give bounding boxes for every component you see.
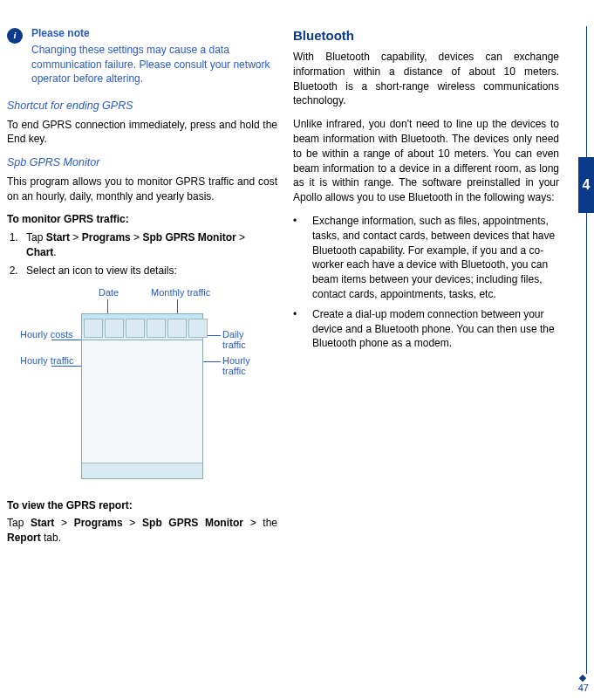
note-title: Please note	[31, 26, 277, 41]
note-body: Changing these settings may cause a data…	[31, 43, 277, 86]
step1-gt2: >	[131, 231, 143, 244]
mock-window-footer	[82, 463, 202, 478]
mock-toolbar-btn	[84, 319, 103, 338]
report-gt1: >	[54, 517, 73, 529]
label-monthly: Monthly traffic	[151, 287, 210, 298]
step1-chart: Chart	[26, 246, 53, 258]
mock-window-titlebar	[82, 314, 202, 340]
info-icon: i	[7, 28, 23, 44]
report-tab: Report	[7, 532, 41, 544]
shortcut-body: To end GPRS connection immediately, pres…	[7, 118, 277, 148]
report-programs: Programs	[74, 517, 123, 529]
monitor-steps: Tap Start > Programs > Spb GPRS Monitor …	[21, 230, 277, 278]
mock-toolbar-btn	[105, 319, 124, 338]
bluetooth-bullet-1: • Exchange information, such as files, a…	[293, 214, 559, 302]
label-date: Date	[99, 287, 119, 298]
step1-gt1: >	[70, 231, 82, 244]
spb-body: This program allows you to monitor GPRS …	[7, 175, 277, 204]
bluetooth-bullet-2: • Create a dial-up modem connection betw…	[293, 307, 559, 351]
page-number: 47	[578, 682, 589, 695]
side-track	[586, 26, 587, 674]
step1-start: Start	[46, 231, 70, 244]
report-heading: To view the GPRS report:	[7, 498, 277, 513]
line-hourly-costs	[51, 340, 81, 340]
report-pre: Tap	[7, 517, 31, 529]
step-1: Tap Start > Programs > Spb GPRS Monitor …	[21, 230, 277, 260]
label-hourly-traffic-right: Hourly traffic	[222, 355, 264, 376]
step1-programs: Programs	[82, 231, 131, 244]
line-hourly-traffic-left	[51, 366, 81, 367]
spb-heading: Spb GPRS Monitor	[7, 155, 277, 171]
step1-spb: Spb GPRS Monitor	[142, 231, 236, 244]
monitor-heading: To monitor GPRS traffic:	[7, 212, 277, 227]
mock-window-body	[82, 340, 202, 463]
shortcut-heading: Shortcut for ending GPRS	[7, 99, 277, 114]
chapter-tab: 4	[578, 157, 594, 213]
bullet-2-text: Create a dial-up modem connection betwee…	[312, 307, 559, 351]
bullet-dot-icon: •	[293, 307, 312, 351]
bluetooth-bullets: • Exchange information, such as files, a…	[293, 214, 559, 351]
diagram: Date Monthly traffic Hourly costs Hourly…	[20, 287, 264, 488]
report-body: Tap Start > Programs > Spb GPRS Monitor …	[7, 516, 277, 546]
mock-window	[81, 313, 203, 479]
label-daily: Daily traffic	[222, 329, 264, 350]
mock-toolbar-btn	[147, 319, 166, 338]
report-start: Start	[31, 517, 54, 529]
bluetooth-heading: Bluetooth	[293, 26, 559, 45]
label-hourly-traffic-left: Hourly traffic	[20, 355, 74, 366]
line-hourly-traffic-right	[203, 361, 221, 362]
mock-toolbar-btn	[188, 319, 208, 338]
bullet-dot-icon: •	[293, 214, 312, 302]
bluetooth-p2: Unlike infrared, you don't need to line …	[293, 117, 559, 205]
report-spb: Spb GPRS Monitor	[142, 517, 243, 529]
mock-toolbar-btn	[126, 319, 145, 338]
label-hourly-costs: Hourly costs	[20, 329, 73, 340]
step1-pre: Tap	[26, 231, 46, 244]
step1-dot: .	[53, 246, 56, 258]
note-box: i Please note Changing these settings ma…	[7, 26, 277, 86]
mock-toolbar-btn	[167, 319, 187, 338]
step-2: Select an icon to view its details:	[21, 264, 277, 278]
step1-gt3: >	[236, 231, 245, 244]
bluetooth-p1: With Bluetooth capability, devices can e…	[293, 50, 559, 108]
bullet-1-text: Exchange information, such as files, app…	[312, 214, 559, 302]
report-gt3: > the	[243, 517, 277, 529]
report-tail: tab.	[41, 532, 61, 544]
report-gt2: >	[123, 517, 142, 529]
